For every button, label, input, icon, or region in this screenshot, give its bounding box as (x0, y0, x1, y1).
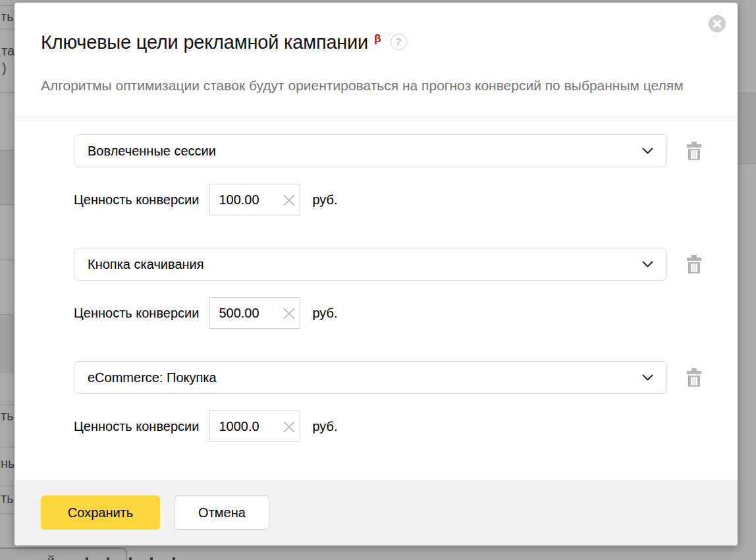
modal-footer: Сохранить Отмена (14, 480, 738, 546)
goal-select[interactable]: eCommerce: Покупка (74, 361, 667, 394)
conversion-value-box (209, 184, 300, 215)
conversion-value-input[interactable] (210, 192, 271, 208)
bg-row-divider (0, 150, 14, 151)
goal-select-value: eCommerce: Покупка (88, 370, 642, 385)
bg-row-divider (0, 314, 14, 315)
bg-text-fragment: ть (1, 491, 14, 506)
bg-row-shade (738, 93, 756, 163)
bg-bottom-text: й (47, 553, 225, 560)
bg-text-fragment: та (1, 43, 14, 59)
delete-goal-icon[interactable] (686, 255, 702, 273)
goals-list: Вовлеченные сессии (74, 134, 738, 442)
bg-letter-top (129, 557, 132, 560)
bg-row-divider (0, 447, 14, 447)
bg-row-divider (0, 260, 14, 260)
close-icon[interactable] (708, 14, 726, 33)
help-icon[interactable]: ? (391, 34, 407, 50)
bg-row-divider (738, 93, 756, 94)
conversion-value-label: Ценность конверсии (74, 192, 199, 208)
bg-letter-top (86, 557, 88, 560)
cancel-button[interactable]: Отмена (175, 495, 269, 530)
save-button[interactable]: Сохранить (41, 495, 160, 530)
clear-value-icon[interactable] (281, 419, 297, 435)
goal-row: Вовлеченные сессии (74, 134, 738, 215)
conversion-value-input[interactable] (210, 306, 271, 321)
bg-letter-top (173, 557, 175, 560)
bg-text-fragment: ть (1, 408, 14, 424)
bg-letter-top (107, 557, 109, 560)
chevron-down-icon (642, 261, 653, 268)
delete-goal-icon[interactable] (686, 142, 702, 160)
beta-badge: β (374, 32, 381, 45)
conversion-value-input[interactable] (210, 419, 271, 434)
bg-text-fragment: ) (2, 61, 7, 76)
conversion-value-label: Ценность конверсии (74, 419, 199, 434)
goal-select-value: Вовлеченные сессии (88, 144, 642, 159)
conversion-value-box (209, 410, 300, 442)
conversion-value-box (209, 297, 300, 329)
bg-row-divider (0, 204, 14, 205)
chevron-down-icon (642, 148, 653, 155)
goal-select-value: Кнопка скачивания (88, 257, 642, 272)
modal-header: Ключевые цели рекламной кампании β ? Алг… (14, 3, 738, 117)
goal-select[interactable]: Кнопка скачивания (74, 248, 667, 281)
bg-row-divider (738, 163, 756, 164)
currency-label: руб. (312, 419, 337, 434)
goal-row: eCommerce: Покупка (74, 361, 738, 442)
bg-row-divider (0, 29, 14, 30)
bg-row-shade (0, 150, 14, 204)
bg-row-shade (0, 315, 14, 374)
bg-text-fragment: ть (1, 9, 14, 24)
bg-row-divider (0, 92, 14, 93)
modal-subtitle: Алгоритмы оптимизации ставок будут ориен… (41, 76, 693, 117)
bg-row-divider (0, 486, 14, 486)
clear-value-icon[interactable] (281, 192, 297, 208)
page-title: Ключевые цели рекламной кампании (41, 32, 368, 53)
bg-letter-top (150, 557, 153, 560)
conversion-value-label: Ценность конверсии (74, 306, 199, 321)
delete-goal-icon[interactable] (686, 368, 702, 387)
clear-value-icon[interactable] (281, 306, 297, 322)
goal-select[interactable]: Вовлеченные сессии (74, 134, 667, 167)
currency-label: руб. (312, 306, 337, 321)
key-goals-modal: Ключевые цели рекламной кампании β ? Алг… (14, 3, 738, 546)
chevron-down-icon (642, 374, 653, 381)
currency-label: руб. (312, 192, 337, 208)
bg-row-divider (0, 5, 14, 6)
bg-row-divider (0, 405, 14, 405)
goal-row: Кнопка скачивания (74, 248, 738, 329)
bg-row-divider (0, 513, 14, 514)
